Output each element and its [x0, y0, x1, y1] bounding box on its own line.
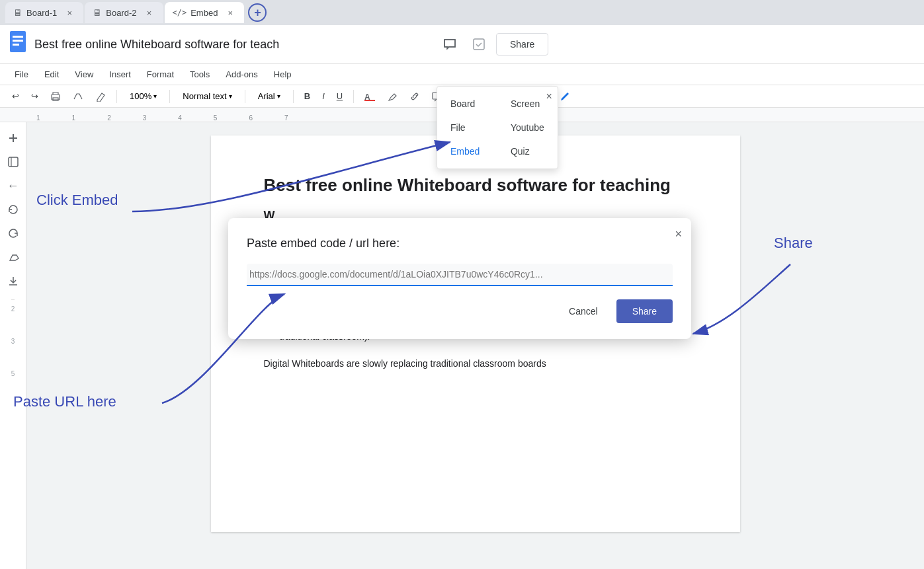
embed-dialog-title: Paste embed code / url here:	[247, 237, 673, 250]
svg-rect-2	[13, 40, 23, 42]
board2-icon: 🖥	[93, 7, 102, 18]
ruler-markers: 2 3 5	[11, 299, 15, 377]
bold-button[interactable]: B	[300, 89, 314, 104]
doc-title: Best free online Whiteboard software for…	[34, 38, 431, 52]
embed-share-button[interactable]: Share	[616, 299, 673, 323]
toolbar-sep-1	[116, 90, 117, 103]
embed-dialog-close[interactable]: ×	[675, 227, 682, 241]
svg-rect-20	[9, 157, 18, 167]
page-paragraph-2: Digital Whiteboards are slowly replacing…	[264, 356, 687, 371]
font-value: Arial	[258, 91, 275, 101]
sidebar-arrow-back[interactable]: ←	[3, 175, 24, 196]
sidebar-add-tool[interactable]	[3, 128, 24, 149]
erase-button[interactable]	[91, 89, 110, 104]
embed-dialog: Paste embed code / url here: × Cancel Sh…	[228, 218, 691, 339]
dropdown-item-embed[interactable]: Embed	[437, 139, 497, 163]
new-tab-button[interactable]: +	[248, 3, 267, 22]
zoom-dropdown[interactable]: 100% ▾	[124, 88, 163, 104]
menu-addons[interactable]: Add-ons	[219, 65, 264, 83]
text-color-button[interactable]: A	[360, 89, 379, 104]
style-chevron: ▾	[229, 93, 232, 100]
menu-bar: File Edit View Insert Format Tools Add-o…	[0, 64, 924, 85]
undo-button[interactable]: ↩	[8, 89, 23, 104]
embed-cancel-button[interactable]: Cancel	[558, 301, 609, 322]
toolbar-sep-2	[169, 90, 170, 103]
dropdown-item-quiz[interactable]: Quiz	[497, 139, 558, 163]
menu-file[interactable]: File	[8, 65, 35, 83]
tab-board2[interactable]: 🖥 Board-2 ×	[85, 2, 163, 23]
doc-area: Best free online Whiteboard software for…	[26, 122, 924, 569]
insert-dropdown: × Board Screen File Youtube Embed Quiz	[437, 86, 558, 169]
tab-board2-label: Board-2	[106, 8, 136, 18]
style-value: Normal text	[183, 91, 226, 101]
pen-tool-button[interactable]	[556, 89, 574, 104]
drive-save-icon-btn[interactable]	[467, 32, 491, 56]
highlight-button[interactable]	[383, 89, 401, 104]
dropdown-item-board[interactable]: Board	[437, 92, 497, 116]
left-sidebar: ← 2 3 5	[0, 122, 26, 569]
toolbar-sep-3	[245, 90, 245, 103]
share-button[interactable]: Share	[496, 33, 548, 56]
print-button[interactable]	[46, 89, 65, 104]
new-tab-icon: +	[254, 6, 261, 20]
main-area: ← 2 3 5 Best free online Whiteboard soft…	[0, 122, 924, 569]
font-dropdown[interactable]: Arial ▾	[252, 88, 286, 104]
embed-icon: </>	[173, 8, 187, 17]
style-dropdown[interactable]: Normal text ▾	[177, 88, 237, 104]
svg-rect-4	[474, 39, 484, 50]
tab-embed[interactable]: </> Embed ×	[165, 2, 245, 23]
paint-format-button[interactable]	[69, 89, 87, 104]
toolbar-sep-5	[353, 90, 354, 103]
sidebar-section-tool[interactable]	[3, 151, 24, 172]
menu-format[interactable]: Format	[140, 65, 181, 83]
tab-board1-label: Board-1	[26, 8, 57, 18]
redo-button[interactable]: ↪	[27, 89, 42, 104]
menu-view[interactable]: View	[68, 65, 100, 83]
italic-button[interactable]: I	[318, 89, 329, 104]
link-button[interactable]	[405, 89, 424, 104]
menu-help[interactable]: Help	[267, 65, 298, 83]
underline-button[interactable]: U	[333, 89, 347, 104]
tab-embed-label: Embed	[190, 8, 218, 18]
sidebar-rotate-right[interactable]	[3, 223, 24, 244]
sidebar-eraser-tool[interactable]	[3, 247, 24, 268]
embed-url-input[interactable]	[247, 264, 673, 286]
docs-header-icons: Share	[438, 32, 548, 56]
zoom-chevron: ▾	[153, 93, 157, 100]
insert-dropdown-close[interactable]: ×	[546, 91, 552, 102]
font-chevron: ▾	[277, 93, 280, 100]
svg-rect-1	[13, 36, 23, 38]
menu-tools[interactable]: Tools	[183, 65, 216, 83]
docs-logo-icon	[8, 29, 28, 59]
toolbar-sep-4	[293, 90, 294, 103]
tab-board1-close[interactable]: ×	[63, 7, 75, 19]
svg-rect-3	[13, 44, 19, 46]
embed-dialog-actions: Cancel Share	[247, 299, 673, 323]
dropdown-item-youtube[interactable]: Youtube	[497, 116, 558, 139]
dropdown-item-file[interactable]: File	[437, 116, 497, 139]
tab-board1[interactable]: 🖥 Board-1 ×	[5, 2, 83, 23]
menu-edit[interactable]: Edit	[38, 65, 65, 83]
sidebar-rotate-left[interactable]	[3, 199, 24, 220]
svg-rect-8	[364, 100, 375, 101]
docs-header: Best free online Whiteboard software for…	[0, 25, 924, 64]
board1-icon: 🖥	[13, 7, 22, 18]
tab-board2-close[interactable]: ×	[144, 7, 155, 19]
comment-icon-btn[interactable]	[438, 32, 462, 56]
tabs-bar: 🖥 Board-1 × 🖥 Board-2 × </> Embed × +	[0, 0, 924, 25]
page-title: Best free online Whiteboard software for…	[264, 175, 687, 196]
insert-dropdown-grid: Board Screen File Youtube Embed Quiz	[437, 92, 558, 163]
zoom-value: 100%	[130, 91, 151, 101]
sidebar-download-tool[interactable]	[3, 270, 24, 291]
menu-insert[interactable]: Insert	[103, 65, 138, 83]
tab-embed-close[interactable]: ×	[224, 7, 236, 19]
